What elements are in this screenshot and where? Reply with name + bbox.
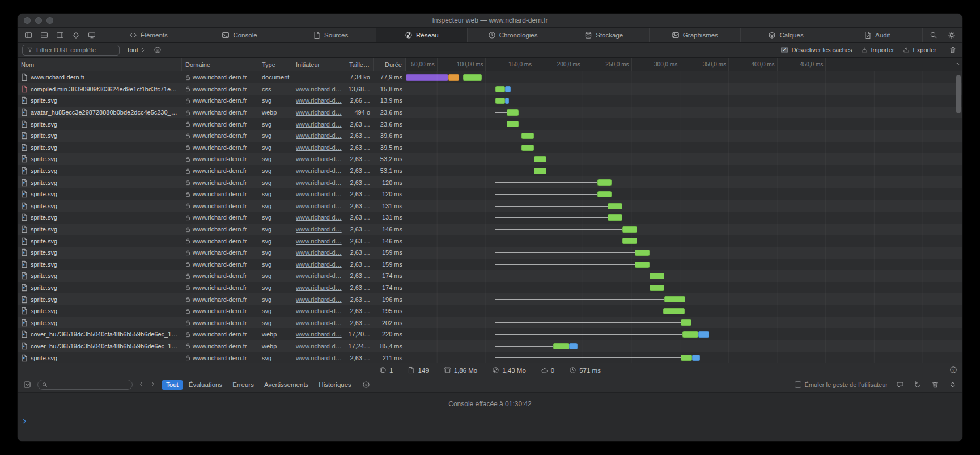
resource-type-dropdown[interactable]: Tout (125, 47, 147, 53)
resource-initiator[interactable]: www.richard-d… (296, 167, 342, 174)
resource-initiator[interactable]: www.richard-d… (296, 331, 342, 338)
dock-bottom-button[interactable] (39, 30, 49, 40)
tab-calques[interactable]: Calques (740, 28, 831, 42)
resource-initiator[interactable]: www.richard-d… (296, 179, 342, 186)
disable-caches-checkbox[interactable]: ✓ Désactiver les caches (781, 47, 852, 53)
resource-initiator[interactable]: www.richard-d… (296, 284, 342, 291)
console-scope[interactable]: Avertissements (260, 380, 313, 390)
resource-initiator[interactable]: www.richard-d… (296, 86, 342, 92)
table-row[interactable]: sprite.svg www.richard-dern.fr svg www.r… (18, 224, 962, 235)
column-header-type[interactable]: Type (258, 58, 292, 71)
resource-initiator[interactable]: www.richard-d… (296, 109, 342, 116)
resource-initiator[interactable]: www.richard-d… (296, 132, 342, 139)
table-row[interactable]: sprite.svg www.richard-dern.fr svg www.r… (18, 270, 962, 282)
column-header-duration[interactable]: Durée (374, 58, 406, 71)
console-prompt[interactable] (18, 415, 962, 441)
table-row[interactable]: sprite.svg www.richard-dern.fr svg www.r… (18, 317, 962, 328)
zoom-button[interactable] (46, 17, 53, 24)
table-row[interactable]: sprite.svg www.richard-dern.fr svg www.r… (18, 259, 962, 271)
table-row[interactable]: avatar_hu85ecc3e298728880b0bde2dcc4e5c23… (18, 107, 962, 119)
table-row[interactable]: sprite.svg www.richard-dern.fr svg www.r… (18, 165, 962, 177)
table-row[interactable]: sprite.svg www.richard-dern.fr svg www.r… (18, 305, 962, 317)
table-row[interactable]: sprite.svg www.richard-dern.fr svg www.r… (18, 282, 962, 294)
tab-sources[interactable]: Sources (285, 28, 376, 42)
console-scope[interactable]: Erreurs (228, 380, 258, 390)
element-picker-button[interactable] (71, 30, 81, 40)
table-row[interactable]: compiled.min.38390909f303624ed9e1cf1bd3f… (18, 83, 962, 95)
console-filter-button[interactable] (22, 380, 32, 390)
search-button[interactable] (928, 30, 939, 40)
tab-stockage[interactable]: Stockage (558, 28, 649, 42)
help-button[interactable]: ? (949, 366, 957, 375)
vertical-scrollbar[interactable] (956, 75, 961, 113)
table-row[interactable]: www.richard-dern.fr www.richard-dern.fr … (18, 71, 962, 83)
resource-initiator[interactable]: www.richard-d… (296, 343, 342, 349)
resource-initiator[interactable]: www.richard-d… (296, 97, 342, 104)
table-row[interactable]: sprite.svg www.richard-dern.fr svg www.r… (18, 352, 962, 363)
resource-initiator[interactable]: www.richard-d… (296, 355, 342, 361)
column-header-name[interactable]: Nom (18, 58, 182, 71)
reload-button[interactable] (913, 380, 923, 390)
console-search-input[interactable] (50, 381, 128, 388)
next-result-button[interactable] (150, 381, 156, 389)
resource-initiator[interactable]: www.richard-d… (296, 307, 342, 314)
tab-graphismes[interactable]: Graphismes (649, 28, 740, 42)
filter-options-button[interactable] (152, 45, 163, 55)
resource-initiator[interactable]: www.richard-d… (296, 203, 342, 209)
resource-initiator[interactable]: www.richard-d… (296, 144, 342, 151)
export-button[interactable]: Exporter (903, 47, 936, 53)
close-button[interactable] (24, 17, 31, 24)
settings-button[interactable] (947, 30, 957, 40)
table-row[interactable]: sprite.svg www.richard-dern.fr svg www.r… (18, 153, 962, 165)
table-row[interactable]: sprite.svg www.richard-dern.fr svg www.r… (18, 293, 962, 305)
console-messages-button[interactable] (895, 380, 905, 390)
scroll-top-button[interactable] (954, 60, 961, 68)
resource-initiator[interactable]: www.richard-d… (296, 121, 342, 128)
resource-initiator[interactable]: www.richard-d… (296, 296, 342, 303)
table-row[interactable]: sprite.svg www.richard-dern.fr svg www.r… (18, 200, 962, 212)
emulate-user-gesture-checkbox[interactable]: Émuler le geste de l'utilisateur (795, 381, 888, 388)
previous-result-button[interactable] (138, 381, 145, 389)
tab-reseau[interactable]: Réseau (376, 28, 467, 42)
resource-initiator[interactable]: www.richard-d… (296, 272, 342, 279)
url-filter-input[interactable] (36, 47, 115, 53)
console-scope[interactable]: Historiques (314, 380, 356, 390)
import-button[interactable]: Importer (861, 47, 894, 53)
table-row[interactable]: sprite.svg www.richard-dern.fr svg www.r… (18, 95, 962, 107)
column-header-size[interactable]: Taille… (346, 58, 374, 71)
resource-initiator[interactable]: www.richard-d… (296, 249, 342, 256)
table-row[interactable]: sprite.svg www.richard-dern.fr svg www.r… (18, 176, 962, 188)
resource-initiator[interactable]: www.richard-d… (296, 238, 342, 245)
device-settings-button[interactable] (87, 30, 97, 40)
clear-network-button[interactable] (948, 45, 958, 55)
column-header-domain[interactable]: Domaine (182, 58, 258, 71)
table-row[interactable]: sprite.svg www.richard-dern.fr svg www.r… (18, 235, 962, 247)
tab-audit[interactable]: Audit (831, 28, 922, 42)
dock-left-button[interactable] (23, 30, 33, 40)
resource-initiator[interactable]: www.richard-d… (296, 319, 342, 326)
table-row[interactable]: cover_hu736519dc3b5040cfa48b6b559b6de6ec… (18, 328, 962, 340)
tab-chronologies[interactable]: Chronologies (467, 28, 558, 42)
table-row[interactable]: sprite.svg www.richard-dern.fr svg www.r… (18, 188, 962, 200)
console-scope[interactable]: Évaluations (184, 380, 227, 390)
resource-initiator[interactable]: www.richard-d… (296, 261, 342, 268)
tab-console[interactable]: Console (194, 28, 285, 42)
url-filter-field[interactable] (22, 45, 120, 56)
tab-elements[interactable]: Éléments (103, 28, 194, 42)
console-filter-options-button[interactable] (361, 380, 371, 390)
table-row[interactable]: sprite.svg www.richard-dern.fr svg www.r… (18, 247, 962, 259)
resource-initiator[interactable]: www.richard-d… (296, 155, 342, 162)
column-header-initiator[interactable]: Initiateur (292, 58, 346, 71)
table-row[interactable]: sprite.svg www.richard-dern.fr svg www.r… (18, 142, 962, 154)
console-search-field[interactable] (37, 380, 133, 390)
table-row[interactable]: sprite.svg www.richard-dern.fr svg www.r… (18, 212, 962, 224)
minimize-button[interactable] (35, 17, 42, 24)
dock-right-button[interactable] (55, 30, 65, 40)
clear-console-button[interactable] (930, 380, 940, 390)
resource-initiator[interactable]: www.richard-d… (296, 226, 342, 233)
table-row[interactable]: sprite.svg www.richard-dern.fr svg www.r… (18, 118, 962, 130)
console-scope[interactable]: Tout (162, 380, 183, 390)
resource-initiator[interactable]: www.richard-d… (296, 214, 342, 221)
table-row[interactable]: cover_hu736519dc3b5040cfa48b6b559b6de6ec… (18, 340, 962, 352)
resource-initiator[interactable]: www.richard-d… (296, 191, 342, 197)
